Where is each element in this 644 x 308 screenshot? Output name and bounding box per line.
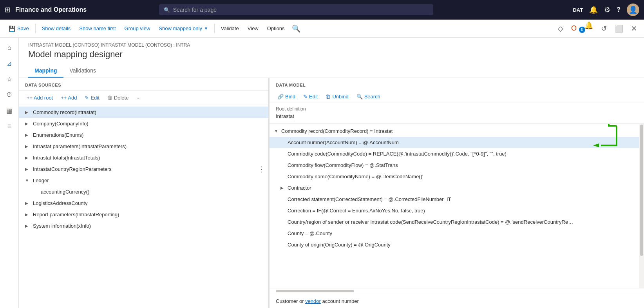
model-item-commodity-flow[interactable]: Commodity flow(CommodityFlow) = @.StatTr…	[270, 159, 644, 171]
add-button[interactable]: + + Add	[58, 93, 80, 102]
show-name-first-button[interactable]: Show name first	[75, 23, 119, 34]
tree-item-enumerations[interactable]: ▶ Enumerations(Enums)	[19, 129, 268, 141]
search-toolbar-icon[interactable]: 🔍	[289, 22, 303, 35]
page-header: INTRASTAT MODEL (CONTOSO) INTRASTAT MODE…	[19, 38, 644, 78]
diamond-icon[interactable]: ◇	[555, 22, 566, 35]
sidebar-filter-icon[interactable]: ⊿	[2, 56, 16, 71]
expand-icon-model-0: ▼	[274, 129, 280, 133]
add-root-button[interactable]: + + Add root	[24, 93, 56, 102]
help-question-icon[interactable]: ?	[617, 6, 620, 13]
expand-icon-3: ▶	[25, 144, 31, 149]
vertical-scrollbar-thumb[interactable]	[640, 125, 643, 256]
show-mapped-only-button[interactable]: Show mapped only ▼	[155, 23, 212, 34]
save-icon: 💾	[9, 25, 15, 32]
expand-icon-0: ▶	[25, 110, 31, 114]
vertical-scrollbar-track[interactable]	[639, 124, 644, 288]
avatar[interactable]: 👤	[627, 4, 639, 16]
model-item-commodity-name[interactable]: Commodity name(CommodityName) = @.'itemC…	[270, 171, 644, 182]
horizontal-scroll-area	[270, 288, 644, 294]
datasources-toolbar: + + Add root + + Add ✎ Edit 🗑 Delete	[19, 91, 268, 105]
global-search[interactable]: 🔍	[159, 4, 433, 15]
toolbar-right-actions: ◇ O 🔔 0 ↺ ⬜ ✕	[555, 21, 639, 36]
model-item-correction[interactable]: Correction = IF(@.Correct = Enums.AxNoYe…	[270, 205, 644, 216]
top-nav-right: DAT 🔔 ⚙ ? 👤	[573, 4, 639, 16]
tree-item-system-info[interactable]: ▶ System information(xInfo)	[19, 220, 268, 232]
main-toolbar: 💾 Save Show details Show name first Grou…	[0, 20, 644, 38]
tree-item-logistics-address[interactable]: ▶ LogisticsAddressCounty	[19, 197, 268, 209]
root-def-value: Intrastat	[276, 113, 294, 120]
tree-item-accounting-currency[interactable]: accountingCurrency()	[19, 186, 268, 197]
more-options-button[interactable]: ···	[133, 93, 144, 102]
tree-item-commodity-record[interactable]: ▶ Commodity record(Intrastat)	[19, 107, 268, 118]
office-icon[interactable]: O	[569, 22, 579, 35]
search-model-button[interactable]: 🔍 Search	[353, 92, 384, 101]
search-icon: 🔍	[164, 7, 170, 13]
bind-button[interactable]: 🔗 Bind	[274, 92, 298, 101]
model-item-commodity-record[interactable]: ▼ Commodity record(CommodityRecord) = In…	[270, 125, 644, 137]
data-sources-header: DATA SOURCES	[19, 78, 268, 91]
expand-icon-model-5: ▶	[280, 186, 286, 190]
chevron-down-icon: ▼	[204, 26, 208, 31]
app-title: Finance and Operations	[15, 6, 87, 13]
edit-model-button[interactable]: ✎ Edit	[300, 92, 321, 101]
model-item-county-origin[interactable]: County of origin(OrigCounty) = @.OrigCou…	[270, 239, 644, 250]
apps-grid-icon[interactable]: ⊞	[5, 5, 11, 14]
model-item-account-number[interactable]: Account number(AccountNum) = @.AccountNu…	[270, 137, 644, 148]
notification-badge: 0	[579, 27, 585, 33]
bottom-description: Customer or vendor account number	[276, 298, 359, 304]
vendor-link[interactable]: vendor	[305, 298, 321, 304]
plus-icon: +	[27, 95, 30, 101]
model-item-commodity-code[interactable]: Commodity code(CommodityCode) = REPLACE(…	[270, 148, 644, 159]
model-item-contractor[interactable]: ▶ Contractor	[270, 182, 644, 194]
model-item-county[interactable]: County = @.County	[270, 228, 644, 239]
sidebar-home-icon[interactable]: ⌂	[2, 41, 16, 55]
view-button[interactable]: View	[244, 23, 262, 34]
open-new-window-icon[interactable]: ⬜	[612, 22, 626, 35]
unbind-button[interactable]: 🗑 Unbind	[322, 92, 351, 101]
content-area: INTRASTAT MODEL (CONTOSO) INTRASTAT MODE…	[19, 38, 644, 308]
link-icon: 🔗	[277, 94, 284, 100]
settings-gear-icon[interactable]: ⚙	[604, 5, 610, 14]
expand-icon-6: ▼	[25, 178, 31, 183]
expand-icon-10: ▶	[25, 224, 31, 228]
model-item-corrected-statement[interactable]: Corrected statement(CorrectedStatement) …	[270, 194, 644, 205]
search-input[interactable]	[173, 7, 429, 13]
tree-item-intrastat-totals[interactable]: ▶ Intrastat totals(IntrastatTotals)	[19, 152, 268, 163]
edit-datasource-button[interactable]: ✎ Edit	[81, 93, 102, 102]
page-tabs: Mapping Validations	[28, 64, 635, 78]
right-panel-datamodel: DATA MODEL 🔗 Bind ✎ Edit 🗑 Unbind	[270, 78, 644, 308]
model-item-country-region[interactable]: Country/region of sender or receiver int…	[270, 216, 644, 228]
tree-item-company[interactable]: ▶ Company(CompanyInfo)	[19, 118, 268, 129]
delete-datasource-button[interactable]: 🗑 Delete	[104, 93, 132, 102]
horizontal-scrollbar-thumb[interactable]	[276, 290, 354, 292]
sidebar-history-icon[interactable]: ⏱	[2, 88, 16, 102]
refresh-icon[interactable]: ↺	[599, 22, 609, 35]
expand-icon-4: ▶	[25, 156, 31, 160]
group-view-button[interactable]: Group view	[121, 23, 154, 34]
save-button[interactable]: 💾 Save	[5, 23, 33, 34]
main-layout: ⌂ ⊿ ☆ ⏱ ▦ ≡ INTRASTAT MODEL (CONTOSO) IN…	[0, 38, 644, 308]
datasources-tree: ▶ Commodity record(Intrastat) ▶ Company(…	[19, 105, 268, 308]
left-panel-datasources: DATA SOURCES + + Add root + + Add ✎ Edit	[19, 78, 270, 308]
validate-button[interactable]: Validate	[217, 23, 243, 34]
expand-icon-8: ▶	[25, 201, 31, 205]
root-definition-section: Root definition Intrastat	[270, 103, 644, 124]
tab-validations[interactable]: Validations	[63, 64, 102, 78]
sidebar-grid-icon[interactable]: ▦	[2, 103, 16, 118]
tree-item-intrastat-country[interactable]: ▶ IntrastatCountryRegionParameters ⋮	[19, 163, 268, 175]
page-title: Model mapping designer	[28, 49, 635, 60]
notification-area: 🔔 0	[582, 21, 595, 36]
tree-item-report-params[interactable]: ▶ Report parameters(IntrastatReporting)	[19, 209, 268, 220]
tab-mapping[interactable]: Mapping	[28, 64, 63, 78]
sidebar-list-icon[interactable]: ≡	[2, 119, 16, 133]
top-navigation: ⊞ Finance and Operations 🔍 DAT 🔔 ⚙ ? 👤	[0, 0, 644, 20]
sidebar-icons: ⌂ ⊿ ☆ ⏱ ▦ ≡	[0, 38, 19, 308]
sidebar-star-icon[interactable]: ☆	[2, 72, 16, 86]
close-icon[interactable]: ✕	[629, 22, 639, 35]
notification-bell-icon[interactable]: 🔔	[589, 5, 598, 14]
tree-item-ledger[interactable]: ▼ Ledger	[19, 175, 268, 186]
tree-item-intrastat-params[interactable]: ▶ Intrastat parameters(IntrastatParamete…	[19, 141, 268, 152]
show-details-button[interactable]: Show details	[38, 23, 75, 34]
options-button[interactable]: Options	[263, 23, 289, 34]
dots-icon: ···	[136, 95, 141, 101]
